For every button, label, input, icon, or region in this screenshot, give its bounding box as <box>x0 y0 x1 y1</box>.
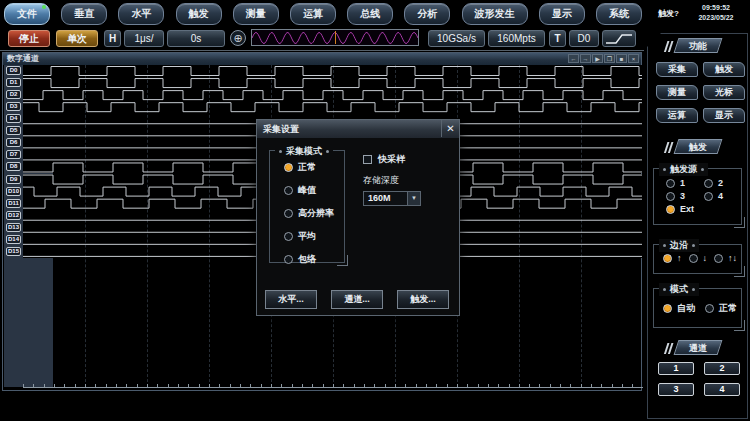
channel-button-4[interactable]: 4 <box>704 383 740 396</box>
radio-label: ↑↓ <box>728 253 737 263</box>
function-button-4[interactable]: 运算 <box>656 108 698 123</box>
radio-icon <box>663 304 672 313</box>
fast-sample-checkbox[interactable] <box>363 155 372 164</box>
memory-depth-dropdown[interactable]: 160M ▼ <box>363 191 421 206</box>
chevron-down-icon[interactable]: ▼ <box>407 192 420 205</box>
restore-icon[interactable]: ❐ <box>604 54 615 63</box>
menu-item-7[interactable]: 分析 <box>404 3 450 25</box>
trigger-mode-option-0[interactable]: 自动 <box>663 302 695 315</box>
stop-button[interactable]: 停止 <box>8 30 50 47</box>
menu-bar: 文件垂直水平触发测量运算总线分析波形发生显示系统 <box>4 2 642 26</box>
scroll-left-icon[interactable]: ← <box>568 54 579 63</box>
trigger-source-option-3[interactable]: 4 <box>704 191 736 201</box>
acq-mode-option-4[interactable]: 包络 <box>284 253 334 266</box>
menu-item-9[interactable]: 显示 <box>539 3 585 25</box>
dialog-button-2[interactable]: 触发... <box>397 290 449 309</box>
radio-label: 正常 <box>298 161 316 174</box>
trigger-mode-option-1[interactable]: 正常 <box>705 302 737 315</box>
edge-group: 边沿 ↑↓↑↓ <box>653 244 742 274</box>
menu-item-4[interactable]: 测量 <box>233 3 279 25</box>
acq-mode-option-3[interactable]: 平均 <box>284 230 334 243</box>
radio-icon <box>666 192 675 201</box>
function-button-3[interactable]: 光标 <box>703 85 745 100</box>
acq-mode-option-0[interactable]: 正常 <box>284 161 334 174</box>
function-button-5[interactable]: 显示 <box>703 108 745 123</box>
maximize-icon[interactable]: ■ <box>616 54 627 63</box>
channel-label-D4[interactable]: D4 <box>6 114 21 123</box>
active-indicator-dot <box>42 5 46 9</box>
menu-item-8[interactable]: 波形发生 <box>462 3 528 25</box>
play-icon[interactable]: ▶ <box>592 54 603 63</box>
acq-mode-option-2[interactable]: 高分辨率 <box>284 207 334 220</box>
dialog-button-0[interactable]: 水平... <box>265 290 317 309</box>
radio-icon <box>284 232 293 241</box>
function-button-0[interactable]: 采集 <box>656 62 698 77</box>
channel-label-D2[interactable]: D2 <box>6 90 21 99</box>
channel-label-D6[interactable]: D6 <box>6 138 21 147</box>
edge-option-1[interactable]: ↓ <box>689 253 708 263</box>
channel-label-D0[interactable]: D0 <box>6 66 21 75</box>
trigger-source-display[interactable]: D0 <box>569 30 599 47</box>
fast-sample-label: 快采样 <box>378 153 405 166</box>
channel-label-D10[interactable]: D10 <box>6 187 21 196</box>
waveform-preview[interactable] <box>251 29 419 46</box>
channel-label-D3[interactable]: D3 <box>6 102 21 111</box>
channel-button-1[interactable]: 1 <box>658 362 694 375</box>
acq-mode-option-1[interactable]: 峰值 <box>284 184 334 197</box>
channel-label-D12[interactable]: D12 <box>6 211 21 220</box>
channel-label-D11[interactable]: D11 <box>6 199 21 208</box>
radio-label: ↑ <box>677 253 682 263</box>
radio-icon <box>705 304 714 313</box>
radio-icon <box>284 186 293 195</box>
bottom-axis <box>23 387 643 388</box>
function-button-1[interactable]: 触发 <box>703 62 745 77</box>
timebase-button[interactable]: 1μs/ <box>124 30 164 47</box>
radio-label: 高分辨率 <box>298 207 334 220</box>
trigger-button[interactable]: T <box>549 30 566 47</box>
menu-item-2[interactable]: 水平 <box>118 3 164 25</box>
menu-item-1[interactable]: 垂直 <box>61 3 107 25</box>
channel-label-D7[interactable]: D7 <box>6 150 21 159</box>
channel-button-2[interactable]: 2 <box>704 362 740 375</box>
edge-options: ↑↓↑↓ <box>663 253 737 263</box>
trigger-source-option-0[interactable]: 1 <box>666 178 698 188</box>
trigger-status: 触发? <box>658 8 679 19</box>
dialog-button-1[interactable]: 通道... <box>331 290 383 309</box>
horizontal-offset-button[interactable]: 0s <box>167 30 225 47</box>
channel-label-D15[interactable]: D15 <box>6 247 21 256</box>
trigger-source-option-1[interactable]: 2 <box>704 178 736 188</box>
channel-label-D5[interactable]: D5 <box>6 126 21 135</box>
edge-option-0[interactable]: ↑ <box>663 253 682 263</box>
menu-item-3[interactable]: 触发 <box>176 3 222 25</box>
fast-sample-row[interactable]: 快采样 <box>363 153 405 166</box>
zoom-icon[interactable]: ⊕ <box>230 30 246 46</box>
rising-edge-icon[interactable] <box>602 30 636 47</box>
preview-cursor[interactable] <box>335 31 336 44</box>
radio-icon <box>663 254 672 263</box>
single-button[interactable]: 单次 <box>56 30 98 47</box>
menu-item-5[interactable]: 运算 <box>290 3 336 25</box>
menu-item-10[interactable]: 系统 <box>596 3 642 25</box>
trigger-source-option-2[interactable]: 3 <box>666 191 698 201</box>
radio-icon <box>689 254 698 263</box>
radio-label: Ext <box>680 204 694 214</box>
close-icon[interactable]: × <box>628 54 639 63</box>
window-title: 数字通道 <box>3 53 641 65</box>
channel-label-D9[interactable]: D9 <box>6 175 21 184</box>
function-section-header: 功能 <box>673 38 722 53</box>
memory-depth-display: 160Mpts <box>488 30 545 47</box>
function-button-2[interactable]: 测量 <box>656 85 698 100</box>
channel-label-D13[interactable]: D13 <box>6 223 21 232</box>
scroll-right-icon[interactable]: → <box>580 54 591 63</box>
function-buttons: 采集触发测量光标运算显示 <box>656 62 745 123</box>
edge-option-2[interactable]: ↑↓ <box>714 253 737 263</box>
channel-button-3[interactable]: 3 <box>658 383 694 396</box>
channel-label-D1[interactable]: D1 <box>6 78 21 87</box>
channel-label-D8[interactable]: D8 <box>6 162 21 171</box>
horizontal-button[interactable]: H <box>104 30 121 47</box>
menu-item-6[interactable]: 总线 <box>347 3 393 25</box>
menu-item-0[interactable]: 文件 <box>4 3 50 25</box>
dialog-close-icon[interactable]: ✕ <box>441 120 459 137</box>
channel-label-D14[interactable]: D14 <box>6 235 21 244</box>
trigger-source-option-4[interactable]: Ext <box>666 204 698 214</box>
